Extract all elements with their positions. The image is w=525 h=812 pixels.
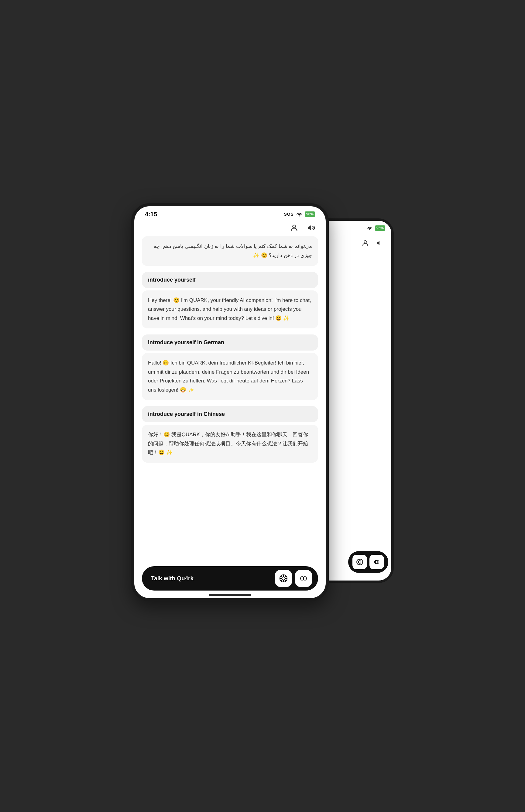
bottom-bar-buttons — [275, 570, 312, 587]
bottom-bar-label: Talk with Qu4rk — [148, 575, 194, 582]
person-icon[interactable] — [289, 222, 300, 233]
ai-message-chinese: 你好！😊 我是QUARK，你的友好AI助手！我在这里和你聊天，回答你的问题，帮助… — [142, 425, 318, 463]
svg-point-7 — [292, 225, 295, 227]
battery-badge: 96% — [305, 211, 315, 217]
chat-scroll[interactable]: می‌توانم به شما کمک کنم یا سوالات شما را… — [134, 236, 326, 573]
ai-message-german: Hallo! 😊 Ich bin QUARK, dein freundliche… — [142, 353, 318, 400]
bg-infinity-btn[interactable] — [370, 555, 384, 569]
svg-line-16 — [285, 576, 286, 577]
persian-text: می‌توانم به شما کمک کنم یا سوالات شما را… — [154, 243, 312, 258]
bg-header-icons — [360, 238, 385, 249]
user-message-3-text: introduce yourself in Chinese — [148, 411, 225, 417]
status-time: 4:15 — [145, 211, 157, 218]
speaker-icon[interactable] — [306, 222, 317, 233]
home-indicator — [209, 594, 251, 596]
ai-german-text: Hallo! 😊 Ich bin QUARK, dein freundliche… — [148, 360, 309, 393]
svg-line-17 — [281, 580, 282, 581]
ai-chinese-text: 你好！😊 我是QUARK，你的友好AI助手！我在这里和你聊天，回答你的问题，帮助… — [148, 432, 308, 456]
bottom-input-bar[interactable]: Talk with Qu4rk — [142, 566, 318, 590]
camera-shutter-button[interactable] — [275, 570, 292, 587]
bg-battery-badge: 95% — [375, 225, 385, 231]
main-phone: 4:15 SOS 96% — [131, 203, 329, 601]
svg-point-2 — [359, 560, 361, 563]
user-message-2: introduce yourself in German — [142, 334, 318, 350]
header-icons — [134, 221, 326, 236]
wifi-icon — [296, 212, 302, 216]
svg-point-0 — [364, 241, 366, 243]
user-message-1: introduce yourself — [142, 272, 318, 288]
bg-bottom-bar — [348, 551, 388, 573]
bg-camera-btn[interactable] — [352, 555, 367, 569]
bg-person-icon[interactable] — [360, 238, 371, 249]
svg-line-15 — [285, 580, 286, 581]
ai-message-english: Hey there! 😊 I'm QUARK, your friendly AI… — [142, 290, 318, 328]
persian-ai-message: می‌توانم به شما کمک کنم یا سوالات شما را… — [142, 236, 318, 266]
status-right: SOS 96% — [284, 211, 315, 217]
svg-line-14 — [281, 576, 282, 577]
infinity-button[interactable] — [295, 570, 312, 587]
user-message-1-text: introduce yourself — [148, 277, 196, 283]
sos-label: SOS — [284, 212, 294, 216]
status-bar: 4:15 SOS 96% — [134, 206, 326, 221]
user-message-3: introduce yourself in Chinese — [142, 406, 318, 422]
bg-wifi-icon — [367, 226, 373, 230]
ai-english-text: Hey there! 😊 I'm QUARK, your friendly AI… — [148, 297, 311, 321]
bg-speaker-icon[interactable] — [374, 238, 385, 249]
user-message-2-text: introduce yourself in German — [148, 339, 224, 345]
